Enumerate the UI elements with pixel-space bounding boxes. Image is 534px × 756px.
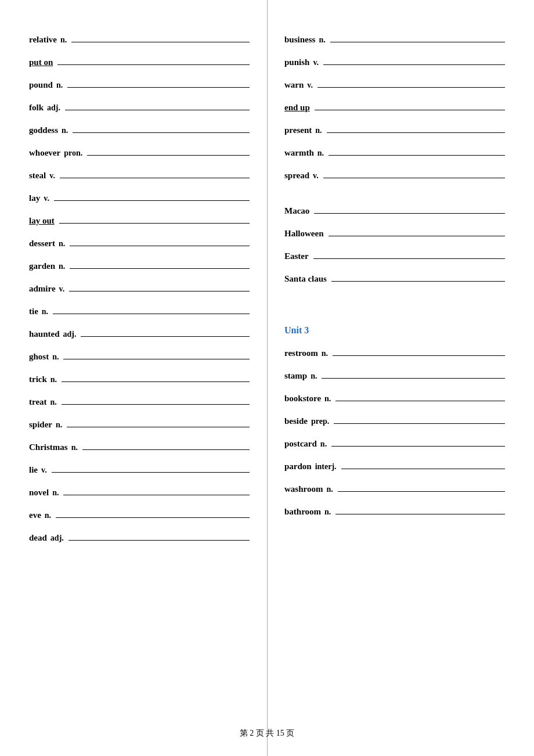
- answer-blank: [70, 268, 250, 269]
- word-label: garden: [29, 261, 55, 271]
- word-label: steal: [29, 171, 46, 181]
- list-item: admirev.: [29, 284, 250, 294]
- list-item: besideprep.: [284, 416, 505, 426]
- word-label: Easter: [284, 251, 309, 261]
- word-label: pardon: [284, 462, 312, 471]
- pos-label: pron.: [64, 149, 82, 158]
- list-item: whoeverpron.: [29, 148, 250, 158]
- word-label: postcard: [284, 439, 317, 449]
- word-label: end up: [284, 103, 310, 113]
- answer-blank: [329, 155, 505, 156]
- pos-label: n.: [62, 126, 68, 135]
- pos-label: n.: [59, 262, 65, 271]
- word-label: whoever: [29, 148, 60, 158]
- answer-blank: [334, 423, 505, 424]
- word-label: washroom: [284, 484, 323, 494]
- right-column: businessn.punishv.warnv.end uppresentn.w…: [267, 35, 505, 556]
- list-item: Halloween: [284, 229, 505, 239]
- answer-blank: [63, 359, 250, 359]
- pos-label: n.: [319, 35, 325, 45]
- word-label: beside: [284, 416, 308, 426]
- pos-label: n.: [326, 485, 333, 494]
- word-label: bookstore: [284, 394, 321, 404]
- list-item: pardoninterj.: [284, 462, 505, 471]
- answer-blank: [53, 314, 250, 314]
- pos-label: n.: [45, 511, 51, 520]
- pos-label: v.: [49, 171, 55, 181]
- list-item: poundn.: [29, 80, 250, 90]
- answer-blank: [87, 155, 250, 156]
- answer-blank: [65, 110, 250, 110]
- answer-blank: [331, 281, 505, 282]
- list-item: dessertn.: [29, 239, 250, 249]
- list-item: punishv.: [284, 57, 505, 67]
- pos-label: v.: [313, 171, 319, 181]
- pos-label: n.: [60, 35, 67, 45]
- list-item: hauntedadj.: [29, 329, 250, 339]
- list-item: gardenn.: [29, 261, 250, 271]
- word-label: treat: [29, 397, 47, 407]
- list-item: goddessn.: [29, 125, 250, 135]
- answer-blank: [67, 87, 250, 88]
- list-item: trickn.: [29, 375, 250, 384]
- word-label: warmth: [284, 148, 314, 158]
- word-label: Santa claus: [284, 274, 327, 284]
- left-column: relativen.put onpoundn.folkadj.goddessn.…: [29, 35, 267, 556]
- list-item: liev.: [29, 465, 250, 475]
- answer-blank: [71, 42, 250, 42]
- list-item: Macao: [284, 206, 505, 216]
- word-label: put on: [29, 57, 53, 67]
- word-label: lay: [29, 193, 40, 203]
- answer-blank: [67, 427, 250, 427]
- list-item: put on: [29, 57, 250, 67]
- list-item: noveln.: [29, 488, 250, 498]
- word-label: eve: [29, 510, 41, 520]
- pos-label: adj.: [50, 534, 64, 543]
- list-item: postcardn.: [284, 439, 505, 449]
- list-item: bookstoren.: [284, 394, 505, 404]
- list-item: even.: [29, 510, 250, 520]
- list-item: ghostn.: [29, 352, 250, 362]
- pos-label: n.: [42, 307, 48, 316]
- pos-label: n.: [324, 507, 331, 517]
- word-label: spider: [29, 420, 52, 430]
- list-item: warmthn.: [284, 148, 505, 158]
- pos-label: n.: [322, 349, 328, 358]
- answer-blank: [60, 178, 250, 178]
- spacer: [284, 309, 505, 322]
- list-item: spidern.: [29, 420, 250, 430]
- word-label: novel: [29, 488, 49, 498]
- pos-label: n.: [59, 239, 65, 249]
- pos-label: n.: [50, 398, 57, 407]
- word-label: dessert: [29, 239, 55, 249]
- pos-label: adj.: [63, 330, 77, 339]
- list-item: layv.: [29, 193, 250, 203]
- word-label: haunted: [29, 329, 60, 339]
- list-item: presentn.: [284, 125, 505, 135]
- pos-label: v.: [307, 81, 313, 90]
- answer-blank: [335, 514, 505, 514]
- list-item: restroomn.: [284, 348, 505, 358]
- pos-label: n.: [317, 149, 324, 158]
- answer-blank: [315, 110, 505, 110]
- word-label: stamp: [284, 371, 307, 381]
- word-label: relative: [29, 35, 57, 45]
- answer-blank: [323, 178, 505, 178]
- unit-heading: Unit 3: [284, 325, 505, 336]
- word-label: goddess: [29, 125, 58, 135]
- page-footer: 第 2 页 共 15 页: [0, 728, 534, 739]
- pos-label: adj.: [47, 103, 60, 113]
- pos-label: v.: [41, 466, 47, 475]
- answer-blank: [317, 87, 505, 88]
- word-label: lay out: [29, 216, 55, 226]
- spacer: [284, 193, 505, 206]
- word-label: warn: [284, 80, 304, 90]
- list-item: tien.: [29, 307, 250, 316]
- pos-label: n.: [315, 126, 322, 135]
- answer-blank: [54, 200, 250, 201]
- word-label: ghost: [29, 352, 49, 362]
- answer-blank: [73, 132, 250, 133]
- answer-blank: [57, 64, 250, 65]
- pos-label: n.: [320, 440, 327, 449]
- pos-label: n.: [50, 375, 57, 384]
